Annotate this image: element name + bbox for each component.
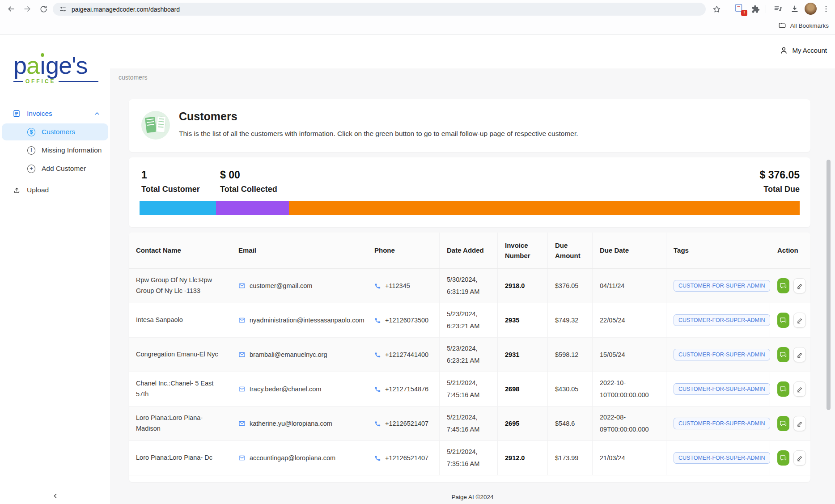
date-added-cell: 5/21/2024, 7:35:16 AM	[440, 441, 498, 475]
stat-label: Total Customer	[141, 185, 200, 194]
sidebar-nav: Invoices $ Customers ! Missing Informati…	[0, 105, 110, 199]
site-settings-icon[interactable]	[59, 5, 67, 13]
extension-error-icon[interactable]: !	[734, 3, 746, 15]
contact-name-cell: Congregation Emanu-El Nyc	[129, 338, 231, 372]
action-cell	[770, 407, 810, 440]
chat-icon	[780, 317, 787, 324]
phone-cell: +112345	[367, 269, 440, 303]
profile-avatar[interactable]	[805, 3, 817, 15]
chat-icon	[780, 454, 787, 462]
invoice-icon	[13, 110, 21, 118]
chat-icon	[780, 282, 787, 290]
sidebar-item-add-customer[interactable]: + Add Customer	[2, 160, 108, 177]
sidebar-item-upload[interactable]: Upload	[0, 182, 110, 199]
my-account-button[interactable]: My Account	[780, 46, 827, 55]
edit-button[interactable]	[793, 347, 806, 362]
email-followup-button[interactable]	[777, 278, 789, 293]
stat-value: 1	[141, 169, 200, 181]
phone-value: +112345	[385, 282, 410, 289]
my-account-label: My Account	[792, 47, 827, 54]
reload-icon[interactable]	[38, 4, 48, 14]
page-description: This is the list of all the customers wi…	[179, 130, 578, 138]
date-added-cell: 5/21/2024, 7:45:16 AM	[440, 407, 498, 440]
phone-cell: +12127441400	[367, 338, 440, 372]
footer-text: Paige AI ©2024	[110, 494, 835, 500]
email-followup-button[interactable]	[777, 450, 789, 466]
back-icon[interactable]	[6, 4, 16, 14]
chevron-up-icon[interactable]	[94, 110, 100, 117]
email-followup-button[interactable]	[777, 381, 789, 397]
phone-icon	[374, 352, 381, 358]
edit-button[interactable]	[793, 381, 806, 397]
table-header-row: Contact Name Email Phone Date Added Invo…	[129, 233, 810, 269]
table-row: Congregation Emanu-El Nyc brambali@emanu…	[129, 338, 810, 372]
main-area: My Account customers Customers This is t…	[110, 34, 835, 504]
phone-value: +12127441400	[385, 351, 428, 358]
column-header: Phone	[367, 233, 440, 268]
email-cell: customer@gmail.com	[231, 269, 367, 303]
chat-icon	[780, 420, 787, 428]
forward-icon[interactable]	[22, 4, 32, 14]
pencil-icon	[797, 420, 803, 427]
person-icon	[780, 46, 788, 55]
sidebar-item-label: Upload	[27, 186, 49, 194]
phone-cell: +12126073500	[367, 303, 440, 337]
tags-cell: CUSTOMER-FOR-SUPER-ADMIN	[666, 269, 770, 303]
due-date-cell: 04/11/24	[593, 269, 666, 303]
progress-segment-3	[289, 201, 800, 215]
action-cell	[770, 441, 810, 475]
phone-cell: +12126521407	[367, 407, 440, 440]
customer-tag: CUSTOMER-FOR-SUPER-ADMIN	[674, 280, 770, 292]
email-value: customer@gmail.com	[250, 282, 312, 289]
table-row: Intesa Sanpaolo nyadministration@intessa…	[129, 303, 810, 338]
contact-name-cell: Loro Piana:Loro Piana- Madison	[129, 407, 231, 440]
sidebar-item-label: Customers	[42, 128, 75, 136]
edit-button[interactable]	[793, 313, 806, 328]
stats-card: 1 Total Customer $ 00 Total Collected $ …	[129, 157, 810, 227]
page-scrollbar[interactable]	[827, 160, 831, 410]
bookmark-star-icon[interactable]	[712, 4, 721, 14]
date-added-cell: 5/23/2024, 6:23:21 AM	[440, 303, 498, 337]
sidebar-item-missing-information[interactable]: ! Missing Information	[2, 142, 108, 159]
downloads-icon[interactable]	[790, 4, 800, 14]
phone-cell: +12126521407	[367, 441, 440, 475]
phone-icon	[374, 317, 381, 324]
date-added-cell: 5/30/2024, 6:31:19 AM	[440, 269, 498, 303]
stat-value: $ 376.05	[759, 169, 800, 181]
email-followup-button[interactable]	[777, 347, 789, 362]
folder-icon	[778, 21, 786, 30]
collapse-sidebar-button[interactable]	[50, 491, 61, 501]
email-followup-button[interactable]	[777, 313, 789, 328]
sidebar-item-customers[interactable]: $ Customers	[2, 123, 108, 140]
url-bar[interactable]: paigeai.managedcoder.com/dashboard	[53, 3, 706, 16]
column-header: Date Added	[440, 233, 498, 268]
edit-button[interactable]	[793, 416, 806, 431]
edit-button[interactable]	[793, 450, 806, 466]
due-amount-cell: $548.6	[548, 407, 593, 440]
invoice-number-cell: 2935	[498, 303, 548, 337]
stat-label: Total Collected	[220, 185, 277, 194]
due-amount-cell: $173.99	[548, 441, 593, 475]
extensions-puzzle-icon[interactable]	[750, 4, 760, 14]
logo-subtext: OFFICE	[13, 78, 98, 85]
email-icon	[238, 385, 246, 393]
email-value: katherine.yu@loropiana.com	[250, 420, 332, 427]
upload-icon	[13, 186, 21, 194]
bookmarks-divider	[773, 22, 773, 30]
browser-menu-kebab-icon[interactable]	[821, 4, 831, 14]
all-bookmarks-button[interactable]: All Bookmarks	[778, 21, 829, 30]
logo-wordmark: paıge's	[13, 53, 98, 77]
sidebar-item-invoices[interactable]: Invoices	[0, 105, 110, 122]
contact-name-cell: Intesa Sanpaolo	[129, 303, 231, 337]
date-added-cell: 5/23/2024, 6:23:21 AM	[440, 338, 498, 372]
edit-button[interactable]	[793, 278, 806, 293]
exclamation-circle-icon: !	[27, 146, 35, 155]
toolbar-divider	[766, 5, 766, 13]
email-followup-button[interactable]	[777, 416, 789, 431]
media-controls-icon[interactable]	[773, 4, 783, 14]
pencil-icon	[797, 317, 803, 324]
sidebar-item-label: Invoices	[27, 110, 52, 118]
invoice-number-cell: 2695	[498, 407, 548, 440]
column-header: Due Amount	[548, 233, 593, 268]
chat-icon	[780, 351, 787, 359]
